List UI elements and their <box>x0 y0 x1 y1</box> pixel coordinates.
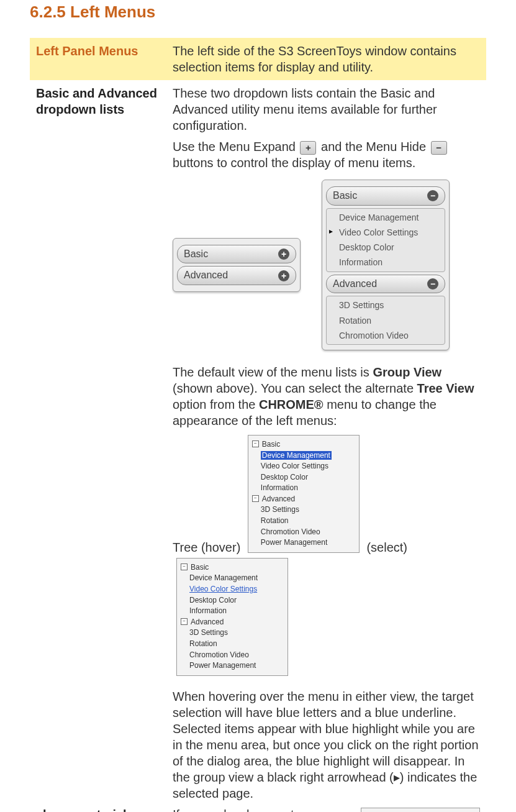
plus-icon: + <box>278 270 289 281</box>
tree-node[interactable]: Information <box>251 483 356 494</box>
tree-node[interactable]: −Basic <box>251 439 356 450</box>
basic-pill-label: Basic <box>333 189 357 203</box>
advanced-pill-label: Advanced <box>333 278 377 291</box>
row-left-panel-text: The left side of the S3 ScreenToys windo… <box>166 38 486 80</box>
tree-node[interactable]: 3D Settings <box>179 627 285 639</box>
text-frag: and the Menu Hide <box>321 140 430 153</box>
list-item[interactable]: Video Color Settings <box>327 225 445 240</box>
basic-submenu: Device Management Video Color Settings D… <box>326 208 445 272</box>
list-item[interactable]: Desktop Color <box>327 240 445 255</box>
tree-node[interactable]: Desktop Color <box>251 472 356 483</box>
menu-collapsed-figure: Basic + Advanced + <box>173 238 301 293</box>
tree-node[interactable]: Rotation <box>179 639 285 650</box>
tree-node[interactable]: Device Management <box>179 573 285 584</box>
tree-hover-caption: Tree (hover) <box>173 541 244 554</box>
text-frag: option from the <box>173 398 259 411</box>
text-frag: Tree View <box>417 381 474 395</box>
tree-select-figure: −Basic Device Management Video Color Set… <box>176 558 288 676</box>
section-heading: 6.2.5 Left Menus <box>30 0 486 22</box>
tree-node[interactable]: Power Management <box>179 660 285 672</box>
advanced-pill-label: Advanced <box>184 269 228 282</box>
menu-hide-icon: − <box>431 141 447 155</box>
tree-hover-figure: −Basic Device Management Video Color Set… <box>248 435 360 553</box>
basic-pill-label: Basic <box>184 248 208 261</box>
text-frag: buttons to control the display of menu i… <box>173 156 415 170</box>
list-item[interactable]: Rotation <box>327 313 445 328</box>
basic-pill-expanded[interactable]: Basic − <box>326 186 445 206</box>
tree-node[interactable]: −Basic <box>179 562 285 573</box>
tree-node[interactable]: Information <box>179 606 285 617</box>
dropdowns-paragraph-2: Use the Menu Expand + and the Menu Hide … <box>173 139 480 171</box>
row-left-panel-label: Left Panel Menus <box>30 38 166 80</box>
text-frag: Group View <box>373 365 441 379</box>
collapse-icon: − <box>252 440 259 447</box>
collapse-icon: − <box>252 495 259 502</box>
list-item[interactable]: Device Management <box>327 210 445 225</box>
row-dropdowns-content: These two dropdown lists contain the Bas… <box>166 80 486 806</box>
dropdowns-paragraph-4: When hovering over the menu in either vi… <box>173 688 480 801</box>
advanced-submenu: 3D Settings Rotation Chromotion Video <box>326 296 445 345</box>
menu-expanded-figure: Basic − Device Management Video Color Se… <box>322 180 450 350</box>
menu-expand-icon: + <box>300 141 316 155</box>
plus-icon: + <box>278 249 289 260</box>
minus-icon: − <box>427 278 438 290</box>
dropdowns-paragraph-3: The default view of the menu lists is Gr… <box>173 364 480 429</box>
tree-node[interactable]: Power Management <box>251 537 356 549</box>
dropdowns-paragraph-1: These two dropdown lists contain the Bas… <box>173 85 480 134</box>
tree-node[interactable]: −Advanced <box>179 617 285 628</box>
advanced-pill-expanded[interactable]: Advanced − <box>326 275 445 294</box>
tree-node[interactable]: Video Color Settings <box>251 461 356 472</box>
advanced-pill[interactable]: Advanced + <box>177 266 296 285</box>
tree-node[interactable]: Chromotion Video <box>251 527 356 538</box>
row-dropdowns-label: Basic and Advanced dropdown lists <box>30 80 166 806</box>
collapse-icon: − <box>181 618 188 625</box>
list-item[interactable]: 3D Settings <box>327 298 445 312</box>
text-frag: (shown above). You can select the altern… <box>173 381 417 395</box>
text-frag: If you make changes to any utility menu … <box>173 808 352 812</box>
text-frag: CHROME® <box>259 398 324 411</box>
list-item[interactable]: Chromotion Video <box>327 328 445 343</box>
collapse-icon: − <box>181 563 188 570</box>
text-frag: Use the Menu Expand <box>173 140 299 153</box>
list-item[interactable]: Information <box>327 255 445 270</box>
tree-node[interactable]: Desktop Color <box>179 595 285 606</box>
minus-icon: − <box>427 190 438 201</box>
row-asterisk-label: change asterisk <box>30 806 166 812</box>
tree-node[interactable]: −Advanced <box>251 494 356 505</box>
text-frag: The default view of the menu lists is <box>173 365 373 379</box>
tree-node[interactable]: Video Color Settings <box>179 584 285 595</box>
tree-node[interactable]: Rotation <box>251 516 356 527</box>
tree-select-caption: (select) <box>366 541 407 554</box>
basic-pill[interactable]: Basic + <box>177 245 296 264</box>
row-asterisk-content: Basic − Device Management* Video Color S… <box>166 806 486 812</box>
tree-node[interactable]: Chromotion Video <box>179 650 285 661</box>
tree-node[interactable]: Device Management <box>251 450 356 462</box>
definitions-table: Left Panel Menus The left side of the S3… <box>30 38 486 812</box>
tree-node[interactable]: 3D Settings <box>251 504 356 516</box>
asterisk-figure: Basic − Device Management* Video Color S… <box>361 808 480 812</box>
